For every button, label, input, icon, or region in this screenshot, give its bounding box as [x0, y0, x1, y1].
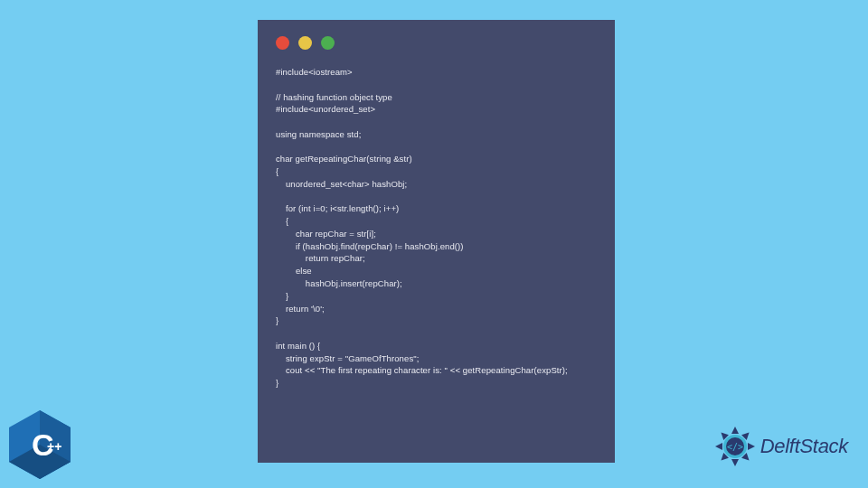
cpp-plus: ++: [47, 439, 61, 454]
maximize-dot-icon: [321, 36, 335, 50]
cpp-logo-icon: C ++: [9, 410, 71, 479]
close-dot-icon: [276, 36, 289, 50]
svg-marker-3: [731, 427, 739, 434]
svg-text:</>: </>: [727, 442, 743, 452]
svg-marker-7: [731, 459, 739, 466]
code-content: #include<iostream> // hashing function o…: [276, 66, 597, 389]
code-window: #include<iostream> // hashing function o…: [258, 20, 615, 463]
minimize-dot-icon: [298, 36, 312, 50]
delftstack-text: DelftStack: [760, 435, 848, 458]
delftstack-logo: </> DelftStack: [713, 425, 848, 468]
svg-marker-5: [748, 443, 755, 450]
svg-marker-9: [715, 443, 722, 450]
window-controls: [276, 36, 597, 50]
delftstack-rosette-icon: </>: [713, 425, 757, 468]
